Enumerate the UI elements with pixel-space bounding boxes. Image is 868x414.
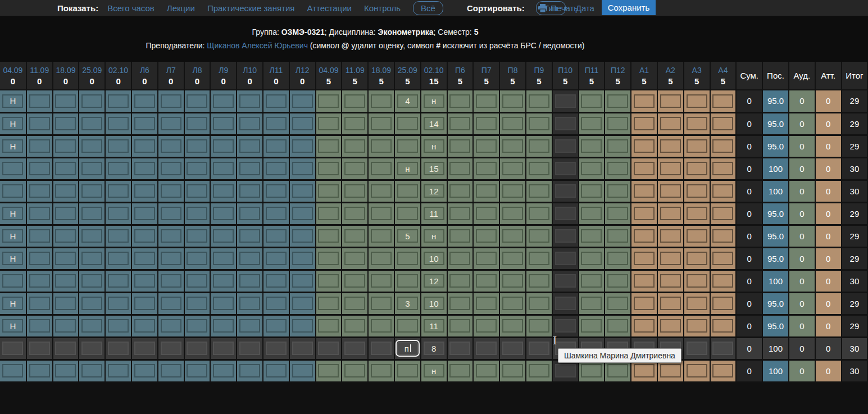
grade-input[interactable] <box>581 274 602 288</box>
grade-input[interactable] <box>29 229 50 243</box>
grade-input[interactable]: н <box>397 162 418 175</box>
grade-input[interactable] <box>607 162 628 175</box>
grade-input[interactable] <box>581 252 602 265</box>
grade-input[interactable] <box>134 319 155 333</box>
grade-input[interactable] <box>581 94 602 108</box>
grade-input[interactable] <box>29 94 50 108</box>
grade-input[interactable] <box>476 162 497 175</box>
grade-input[interactable] <box>502 297 523 310</box>
grade-input[interactable] <box>292 207 313 220</box>
grade-input[interactable] <box>344 207 365 220</box>
grade-input[interactable] <box>476 207 497 220</box>
grade-input[interactable] <box>318 364 339 377</box>
grade-input[interactable]: Н <box>2 117 23 130</box>
grade-input[interactable] <box>29 274 50 288</box>
grade-input[interactable] <box>660 319 681 333</box>
grade-input[interactable] <box>108 139 129 153</box>
grade-input[interactable] <box>476 184 497 198</box>
grade-input[interactable] <box>529 162 549 175</box>
grade-input[interactable] <box>581 139 602 153</box>
grade-input[interactable] <box>29 117 50 130</box>
grade-input[interactable] <box>161 274 181 288</box>
grade-input[interactable] <box>476 364 497 377</box>
grade-input[interactable] <box>502 364 523 377</box>
grade-input[interactable] <box>371 117 392 130</box>
grade-input[interactable] <box>476 94 497 108</box>
grade-input[interactable] <box>529 207 549 220</box>
grade-input[interactable]: 8 <box>424 342 444 355</box>
grade-input[interactable] <box>108 117 129 130</box>
grade-input[interactable] <box>187 139 207 153</box>
grade-input[interactable] <box>712 94 733 108</box>
grade-input[interactable] <box>397 364 418 377</box>
grade-input[interactable] <box>634 207 655 220</box>
grade-input[interactable] <box>187 94 207 108</box>
grade-input[interactable] <box>81 364 102 377</box>
grade-input[interactable]: Н <box>2 229 23 243</box>
grade-input[interactable] <box>502 342 523 355</box>
grade-input[interactable] <box>2 162 23 175</box>
grade-input[interactable] <box>187 342 207 355</box>
grade-input[interactable] <box>555 139 576 153</box>
grade-input[interactable]: 14 <box>424 117 444 130</box>
grade-input[interactable] <box>55 364 76 377</box>
grade-input[interactable] <box>2 184 23 198</box>
grade-input[interactable] <box>555 94 576 108</box>
grade-input[interactable] <box>502 139 523 153</box>
grade-input[interactable] <box>81 94 102 108</box>
grade-input[interactable] <box>476 139 497 153</box>
grade-input[interactable] <box>712 274 733 288</box>
grade-input[interactable]: 10 <box>424 252 444 265</box>
grade-input[interactable] <box>318 319 339 333</box>
grade-input[interactable] <box>660 364 681 377</box>
grade-input[interactable] <box>449 297 470 310</box>
grade-input[interactable] <box>371 139 392 153</box>
grade-input[interactable] <box>687 319 707 333</box>
grade-input[interactable] <box>81 229 102 243</box>
grade-input[interactable] <box>213 229 234 243</box>
grade-input[interactable]: 11 <box>424 207 444 220</box>
grade-input[interactable] <box>161 117 181 130</box>
grade-input[interactable] <box>607 297 628 310</box>
grade-input[interactable] <box>449 319 470 333</box>
grade-input[interactable] <box>266 252 287 265</box>
grade-input[interactable] <box>344 252 365 265</box>
grade-input[interactable] <box>581 184 602 198</box>
grade-input[interactable] <box>687 207 707 220</box>
grade-input[interactable] <box>344 94 365 108</box>
grade-input[interactable] <box>187 252 207 265</box>
grade-input[interactable] <box>187 207 207 220</box>
filter-total-hours[interactable]: Всего часов <box>107 3 154 13</box>
grade-input[interactable] <box>634 94 655 108</box>
filter-control[interactable]: Контроль <box>364 3 401 13</box>
grade-input[interactable] <box>134 162 155 175</box>
grade-input[interactable] <box>712 184 733 198</box>
grade-input[interactable] <box>712 319 733 333</box>
grade-input[interactable] <box>555 319 576 333</box>
sort-date[interactable]: Дата <box>576 3 594 13</box>
grade-input[interactable] <box>371 162 392 175</box>
grade-input[interactable]: 3 <box>397 297 418 310</box>
grade-input[interactable] <box>502 229 523 243</box>
grade-input[interactable] <box>371 364 392 377</box>
grade-input[interactable] <box>449 342 470 355</box>
grade-input[interactable]: Н <box>2 297 23 310</box>
grade-input[interactable]: н <box>424 139 444 153</box>
grade-input[interactable] <box>55 117 76 130</box>
grade-input[interactable] <box>55 342 76 355</box>
grade-input[interactable] <box>134 117 155 130</box>
grade-input[interactable] <box>687 162 707 175</box>
grade-input[interactable] <box>660 117 681 130</box>
grade-input[interactable] <box>687 274 707 288</box>
grade-input[interactable] <box>634 297 655 310</box>
grade-input[interactable] <box>266 184 287 198</box>
grade-input[interactable] <box>660 207 681 220</box>
grade-input[interactable] <box>449 94 470 108</box>
grade-input[interactable] <box>607 319 628 333</box>
grade-input[interactable] <box>660 162 681 175</box>
grade-input[interactable] <box>108 319 129 333</box>
grade-input[interactable] <box>529 184 549 198</box>
grade-input[interactable] <box>29 207 50 220</box>
grade-input[interactable] <box>108 229 129 243</box>
grade-input[interactable] <box>318 184 339 198</box>
